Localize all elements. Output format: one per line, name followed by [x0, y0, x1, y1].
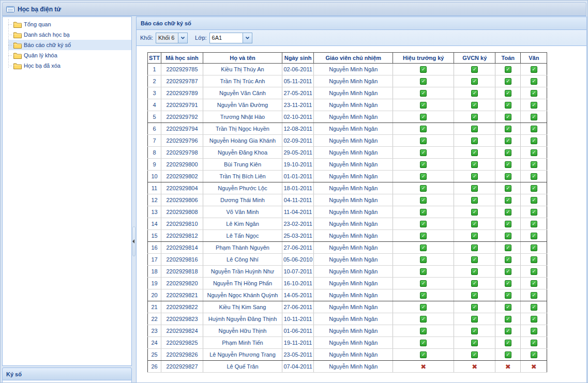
cell-stt: 23: [148, 325, 161, 337]
signed-check-icon: ✓: [420, 340, 427, 346]
table-row[interactable]: 10 2202929802 Trần Thị Bích Liên 01-01-2…: [148, 171, 547, 182]
cell-gvcn-ky: ✓: [454, 242, 495, 254]
col-header-toan[interactable]: Toán: [495, 53, 521, 64]
signed-check-icon: ✓: [471, 328, 478, 334]
lop-label: Lớp:: [195, 35, 207, 41]
cell-ngay-sinh: 27-05-2011: [282, 87, 314, 99]
cell-ngay-sinh: 10-07-2011: [282, 266, 314, 278]
table-row[interactable]: 11 2202929804 Nguyễn Phước Lộc 18-01-201…: [148, 182, 547, 194]
table-row[interactable]: 15 2202929812 Lê Tấn Ngọc 25-03-2011 Ngu…: [148, 230, 547, 242]
cell-ma-hoc-sinh: 2202929821: [161, 289, 203, 301]
table-row[interactable]: 18 2202929818 Nguyễn Trần Huỳnh Như 10-0…: [148, 266, 547, 278]
signed-check-icon: ✓: [531, 126, 537, 132]
sidebar-item-1[interactable]: Danh sách học bạ: [8, 29, 131, 40]
cell-ho-va-ten: Nguyễn Thị Hồng Phấn: [203, 278, 282, 289]
panel-splitter[interactable]: [132, 17, 136, 383]
table-row[interactable]: 19 2202929820 Nguyễn Thị Hồng Phấn 16-10…: [148, 278, 547, 289]
sidebar-item-0[interactable]: Tổng quan: [8, 19, 131, 29]
cell-stt: 18: [148, 266, 161, 278]
col-header-ngay-sinh[interactable]: Ngày sinh: [282, 53, 314, 64]
col-header-gvcn-ky[interactable]: GVCN ký: [454, 53, 495, 64]
cell-toan: ✓: [495, 87, 521, 99]
col-header-van[interactable]: Văn: [521, 53, 547, 64]
table-row[interactable]: 7 2202929796 Nguyễn Hoàng Gia Khánh 02-0…: [148, 135, 547, 147]
table-row[interactable]: 5 2202929792 Trương Nhật Hào 02-10-2011 …: [148, 111, 547, 123]
table-row[interactable]: 13 2202929808 Võ Văn Minh 11-04-2011 Ngu…: [148, 206, 547, 218]
cell-van: ✓: [521, 123, 547, 135]
sidebar-item-3[interactable]: Quản lý khóa: [8, 50, 131, 60]
signed-check-icon: ✓: [531, 90, 537, 97]
col-header-ho-va-ten[interactable]: Họ và tên: [203, 53, 282, 64]
table-row[interactable]: 26 2202929827 Lê Quế Trân 07-04-2011 Ngu…: [148, 361, 547, 373]
cell-gvcn: Nguyễn Minh Ngân: [314, 135, 393, 147]
col-header-stt[interactable]: STT: [148, 53, 161, 64]
cell-van: ✓: [521, 337, 547, 349]
filter-toolbar: Khối: Khối 6 Lớp: 6A1: [137, 30, 586, 46]
cell-gvcn-ky: ✓: [454, 111, 495, 123]
lop-select[interactable]: 6A1: [209, 33, 252, 43]
cell-gvcn: Nguyễn Minh Ngân: [314, 289, 393, 301]
signed-check-icon: ✓: [505, 173, 511, 180]
cell-gvcn-ky: ✓: [454, 313, 495, 325]
table-row[interactable]: 3 2202929789 Nguyễn Văn Cảnh 27-05-2011 …: [148, 87, 547, 99]
cell-hieu-truong-ky: ✓: [393, 278, 454, 289]
table-row[interactable]: 24 2202929825 Phạm Minh Tiến 19-11-2011 …: [148, 337, 547, 349]
signed-check-icon: ✓: [531, 221, 537, 227]
cell-ma-hoc-sinh: 2202929787: [161, 75, 203, 87]
cell-hieu-truong-ky: ✓: [393, 230, 454, 242]
cell-ho-va-ten: Nguyễn Văn Đường: [203, 99, 282, 111]
folder-icon: [13, 52, 22, 59]
signed-check-icon: ✓: [420, 102, 427, 109]
sidebar-item-2[interactable]: Báo cáo chữ ký số: [8, 40, 131, 50]
cell-van: ✓: [521, 99, 547, 111]
ky-so-panel-header[interactable]: Ký số: [2, 367, 132, 380]
grid-container: STT Mã học sinh Họ và tên Ngày sinh Giáo…: [137, 46, 586, 383]
signed-check-icon: ✓: [531, 328, 537, 334]
cell-ma-hoc-sinh: 2202929791: [161, 99, 203, 111]
cell-van: ✓: [521, 111, 547, 123]
table-row[interactable]: 8 2202929798 Nguyễn Đăng Khoa 29-05-2011…: [148, 147, 547, 159]
sidebar-item-4[interactable]: Học bạ đã xóa: [8, 60, 131, 71]
table-row[interactable]: 4 2202929791 Nguyễn Văn Đường 23-11-2011…: [148, 99, 547, 111]
table-row[interactable]: 22 2202929823 Huỳnh Nguyễn Đăng Thịnh 10…: [148, 313, 547, 325]
lop-dropdown-button[interactable]: [243, 33, 252, 43]
table-row[interactable]: 21 2202929822 Kiều Thị Kim Sang 27-06-20…: [148, 301, 547, 313]
signed-check-icon: ✓: [420, 149, 427, 156]
cell-ho-va-ten: Trương Nhật Hào: [203, 111, 282, 123]
cell-hieu-truong-ky: ✓: [393, 266, 454, 278]
cell-ho-va-ten: Nguyễn Hữu Thịnh: [203, 325, 282, 337]
table-row[interactable]: 6 2202929794 Trần Thị Ngọc Huyền 12-08-2…: [148, 123, 547, 135]
table-row[interactable]: 23 2202929824 Nguyễn Hữu Thịnh 01-06-201…: [148, 325, 547, 337]
cell-ho-va-ten: Lê Quế Trân: [203, 361, 282, 373]
khoi-select[interactable]: Khối 6: [156, 33, 188, 43]
cell-hieu-truong-ky: ✓: [393, 289, 454, 301]
collapse-left-arrow-icon[interactable]: [132, 239, 134, 243]
cell-ho-va-ten: Trần Thị Trúc Anh: [203, 75, 282, 87]
table-row[interactable]: 20 2202929821 Nguyễn Ngọc Khánh Quỳnh 14…: [148, 289, 547, 301]
cell-gvcn: Nguyễn Minh Ngân: [314, 99, 393, 111]
folder-icon: [13, 63, 22, 69]
table-row[interactable]: 2 2202929787 Trần Thị Trúc Anh 05-11-201…: [148, 75, 547, 87]
signed-check-icon: ✓: [420, 233, 427, 239]
signed-check-icon: ✓: [505, 114, 511, 120]
signed-check-icon: ✓: [531, 351, 537, 358]
table-row[interactable]: 16 2202929814 Phạm Thành Nguyên 27-06-20…: [148, 242, 547, 254]
cell-stt: 17: [148, 254, 161, 266]
col-header-hieu-truong-ky[interactable]: Hiệu trưởng ký: [393, 53, 454, 64]
table-row[interactable]: 12 2202929806 Dương Thái Minh 04-11-2011…: [148, 194, 547, 206]
signed-check-icon: ✓: [471, 221, 478, 227]
cell-van: ✓: [521, 135, 547, 147]
table-row[interactable]: 1 2202929785 Kiều Thị Thúy An 02-06-2011…: [148, 64, 547, 75]
col-header-gvcn[interactable]: Giáo viên chủ nhiệm: [314, 53, 393, 64]
cell-hieu-truong-ky: ✓: [393, 159, 454, 171]
khoi-dropdown-button[interactable]: [178, 33, 187, 43]
table-row[interactable]: 25 2202929826 Lê Nguyễn Phương Trang 23-…: [148, 349, 547, 361]
cell-gvcn: Nguyễn Minh Ngân: [314, 278, 393, 289]
ky-so-panel-body: [2, 380, 132, 383]
signed-check-icon: ✓: [531, 185, 537, 192]
cell-stt: 21: [148, 301, 161, 313]
col-header-ma-hoc-sinh[interactable]: Mã học sinh: [161, 53, 203, 64]
table-row[interactable]: 17 2202929816 Lê Công Nhí 05-06-2010 Ngu…: [148, 254, 547, 266]
table-row[interactable]: 9 2202929800 Bùi Trung Kiên 19-10-2011 N…: [148, 159, 547, 171]
table-row[interactable]: 14 2202929810 Lê Kim Ngân 23-02-2011 Ngu…: [148, 218, 547, 230]
